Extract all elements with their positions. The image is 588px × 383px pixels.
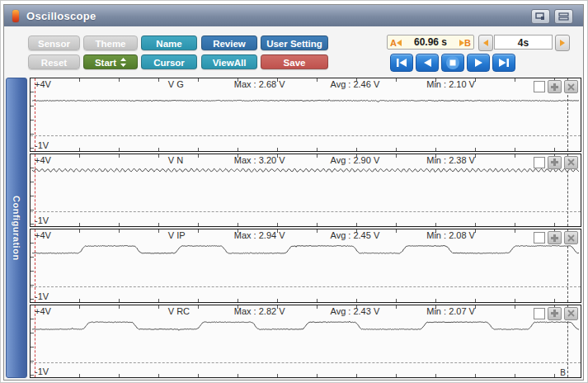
user-setting-button[interactable]: User Setting	[261, 35, 328, 50]
content-area: Configuration +4V -1V V G Max : 2.68 V A…	[6, 78, 581, 378]
playback-controls	[390, 54, 515, 72]
stop-icon	[446, 56, 459, 69]
channel-name: V RC	[168, 306, 190, 316]
oscilloscope-window: Oscilloscope Sensor Theme Name Review Us…	[3, 4, 584, 381]
min-value: Min : 2.07 V	[426, 306, 475, 316]
stop-button[interactable]	[441, 54, 464, 72]
max-value: Max : 2.94 V	[234, 230, 285, 240]
cursor-b-marker: B	[560, 368, 566, 377]
x-ticks-bottom	[40, 299, 581, 302]
name-button[interactable]: Name	[141, 35, 197, 50]
channel-checkbox[interactable]	[534, 157, 545, 168]
y-ticks	[31, 229, 34, 302]
y-ticks	[31, 78, 34, 151]
channel-panel-vg: +4V -1V V G Max : 2.68 V Avg : 2.46 V Mi…	[30, 78, 581, 152]
y-ticks	[31, 154, 34, 227]
zoom-channel-button[interactable]	[548, 156, 562, 169]
sensor-button[interactable]: Sensor	[28, 35, 80, 50]
axis-bottom-label: -1V	[35, 215, 49, 225]
channel-name: V N	[168, 155, 183, 165]
add-icon	[551, 158, 558, 166]
start-button[interactable]: Start	[83, 54, 138, 69]
configuration-tab[interactable]: Configuration	[6, 78, 27, 378]
x-ticks-top	[40, 229, 581, 233]
avg-value: Avg : 2.45 V	[331, 230, 380, 240]
step-forward-icon	[560, 40, 565, 46]
zero-volt-line	[31, 362, 581, 363]
axis-top-label: +4V	[35, 306, 51, 316]
theme-button[interactable]: Theme	[83, 35, 138, 50]
timebase-field[interactable]: 4s	[494, 35, 553, 50]
avg-value: Avg : 2.90 V	[331, 155, 380, 165]
play-forward-button[interactable]	[467, 54, 490, 72]
min-value: Min : 2.10 V	[426, 79, 475, 89]
avg-value: Avg : 2.43 V	[331, 306, 380, 316]
x-ticks-bottom	[40, 148, 581, 151]
channel-checkbox[interactable]	[534, 308, 545, 319]
channel-name: V IP	[168, 230, 186, 240]
max-value: Max : 2.68 V	[234, 79, 285, 89]
play-backward-button[interactable]	[416, 54, 439, 72]
max-value: Max : 2.82 V	[234, 306, 285, 316]
channel-checkbox[interactable]	[534, 81, 545, 92]
step-back-button[interactable]	[478, 35, 493, 51]
layout-toggle-button[interactable]	[554, 9, 573, 24]
channel-name: V G	[168, 79, 184, 89]
skip-start-icon	[397, 59, 407, 67]
axis-bottom-label: -1V	[35, 140, 49, 150]
viewall-button[interactable]: ViewAll	[201, 54, 257, 69]
close-icon	[567, 234, 575, 242]
axis-top-label: +4V	[35, 79, 51, 89]
close-channel-button[interactable]	[564, 307, 578, 320]
close-icon	[567, 310, 575, 317]
skip-to-end-button[interactable]	[492, 54, 515, 72]
save-button[interactable]: Save	[261, 54, 328, 69]
close-channel-button[interactable]	[564, 156, 578, 169]
back-icon	[424, 59, 431, 67]
ab-range-field[interactable]: A 60.96 s B	[387, 35, 474, 50]
skip-end-icon	[499, 59, 509, 67]
axis-top-label: +4V	[35, 155, 51, 165]
waveform-vip	[31, 229, 581, 302]
waveform-vrc	[31, 305, 581, 378]
channel-panels: +4V -1V V G Max : 2.68 V Avg : 2.46 V Mi…	[30, 78, 581, 378]
add-icon	[551, 234, 558, 242]
zoom-channel-button[interactable]	[548, 80, 562, 93]
axis-bottom-label: -1V	[35, 366, 49, 376]
channel-checkbox[interactable]	[534, 232, 545, 244]
avg-value: Avg : 2.46 V	[331, 79, 380, 89]
step-back-icon	[483, 40, 488, 46]
zero-volt-line	[31, 211, 581, 212]
cursor-b-label: B	[464, 38, 471, 48]
max-value: Max : 3.20 V	[234, 155, 285, 165]
zoom-channel-button[interactable]	[548, 231, 562, 244]
restore-window-button[interactable]	[531, 9, 550, 24]
y-ticks	[31, 305, 34, 378]
cursor-button[interactable]: Cursor	[141, 54, 197, 69]
add-icon	[551, 310, 558, 317]
x-ticks-top	[40, 78, 581, 82]
close-icon	[567, 158, 575, 166]
start-label: Start	[95, 58, 116, 68]
reset-button[interactable]: Reset	[28, 54, 80, 69]
skip-to-start-button[interactable]	[390, 54, 413, 72]
x-ticks-bottom	[40, 374, 581, 377]
axis-bottom-label: -1V	[35, 291, 49, 301]
close-channel-button[interactable]	[564, 80, 578, 93]
a-left-arrow-icon	[397, 40, 402, 46]
titlebar: Oscilloscope	[4, 5, 583, 27]
zero-volt-line	[31, 286, 581, 287]
min-value: Min : 2.38 V	[426, 155, 475, 165]
restore-icon	[535, 12, 546, 21]
step-forward-button[interactable]	[555, 35, 570, 51]
close-icon	[567, 83, 575, 91]
forward-icon	[475, 59, 482, 67]
zoom-channel-button[interactable]	[548, 307, 562, 320]
spinner-icon	[120, 56, 126, 71]
review-button[interactable]: Review	[201, 35, 257, 50]
channel-panel-vip: +4V -1V V IP Max : 2.94 V Avg : 2.45 V M…	[30, 229, 581, 303]
channel-panel-vrc: +4V -1V V RC Max : 2.82 V Avg : 2.43 V M…	[30, 305, 581, 379]
x-ticks-top	[40, 154, 581, 158]
close-channel-button[interactable]	[564, 231, 578, 244]
stacked-panels-icon	[558, 12, 569, 21]
